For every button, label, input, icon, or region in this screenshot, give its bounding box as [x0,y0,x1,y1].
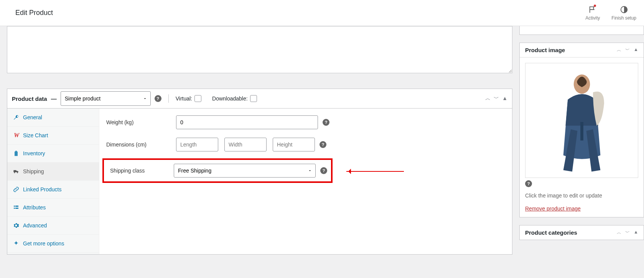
finish-setup-label: Finish setup [611,15,636,21]
dimensions-label: Dimensions (cm) [106,141,171,148]
sparkle-icon [13,240,19,247]
virtual-label-text: Virtual: [176,95,192,102]
dimensions-group [176,138,315,151]
help-icon[interactable]: ? [525,180,532,187]
product-data-panel: Product data — Simple product ? Virtual:… [7,89,512,255]
svg-point-1 [14,172,15,173]
shipping-class-select[interactable]: Free Shipping [174,164,316,178]
tab-label: Advanced [23,222,47,229]
page-title: Edit Product [15,9,53,17]
svg-rect-5 [14,208,15,209]
clipboard-icon [13,150,19,156]
product-image-header: Product image ︿ ﹀ ▲ [520,43,644,58]
virtual-checkbox-label[interactable]: Virtual: [176,95,201,102]
description-editor[interactable] [7,26,512,73]
product-image-title: Product image [525,47,565,53]
tab-attributes[interactable]: Attributes [7,199,99,217]
activity-button[interactable]: Activity [585,5,600,21]
product-image-thumbnail[interactable] [525,63,638,178]
product-data-title: Product data [12,95,47,102]
activity-notification-dot [594,5,596,7]
list-icon [13,204,19,211]
truck-icon [13,168,19,174]
width-input[interactable] [224,138,267,151]
tab-label: General [23,114,42,120]
height-input[interactable] [273,138,315,151]
tab-shipping[interactable]: Shipping [7,163,99,181]
product-image-hint: Click the image to edit or update [525,192,638,199]
top-bar: Edit Product Activity Finish setup [0,0,644,26]
link-icon [13,186,19,192]
panel-handles: ︿ ﹀ ▲ [485,95,507,102]
finish-setup-button[interactable]: Finish setup [611,5,636,21]
product-image-panel: Product image ︿ ﹀ ▲ [519,43,644,217]
downloadable-checkbox-label[interactable]: Downloadable: [212,95,257,102]
svg-rect-6 [15,208,18,209]
help-icon[interactable]: ? [323,119,329,126]
length-input[interactable] [176,138,218,151]
product-data-tabs: General W Size Chart Inventory Shipping [7,109,99,254]
shipping-class-highlight: Shipping class Free Shipping ? [102,158,333,183]
product-data-header: Product data — Simple product ? Virtual:… [7,89,512,109]
annotation-arrow [346,171,404,172]
move-down-icon[interactable]: ﹀ [494,95,499,102]
move-up-icon[interactable]: ︿ [617,47,621,53]
sidebar-fragment-panel [519,26,644,35]
help-icon[interactable]: ? [320,167,327,174]
svg-rect-8 [580,122,583,140]
toggle-panel-icon[interactable]: ▲ [634,47,638,53]
shipping-tab-content: Weight (kg) ? Dimensions (cm) ? [99,109,512,254]
tab-linked-products[interactable]: Linked Products [7,181,99,199]
tab-label: Size Chart [23,132,48,138]
toggle-panel-icon[interactable]: ▲ [634,229,638,236]
move-down-icon[interactable]: ﹀ [625,229,630,236]
half-circle-icon [620,5,628,14]
move-down-icon[interactable]: ﹀ [625,47,630,53]
svg-point-2 [17,172,18,173]
move-up-icon[interactable]: ︿ [485,95,491,102]
shipping-class-label: Shipping class [108,168,169,174]
wrench-icon [13,114,19,120]
tab-get-more-options[interactable]: Get more options [7,235,99,253]
tab-general[interactable]: General [7,109,99,127]
move-up-icon[interactable]: ︿ [617,229,621,236]
product-categories-panel: Product categories ︿ ﹀ ▲ [519,225,644,240]
weight-row: Weight (kg) ? [106,115,505,129]
weight-label: Weight (kg) [106,119,171,125]
downloadable-checkbox[interactable] [250,95,257,102]
size-chart-icon: W [13,132,19,138]
virtual-checkbox[interactable] [194,95,201,102]
separator [168,94,169,103]
activity-label: Activity [585,15,600,21]
tab-label: Linked Products [23,186,61,192]
product-categories-title: Product categories [525,229,577,236]
tab-inventory[interactable]: Inventory [7,145,99,163]
dimensions-row: Dimensions (cm) ? [106,138,505,151]
toggle-panel-icon[interactable]: ▲ [502,95,507,102]
tab-advanced[interactable]: Advanced [7,217,99,235]
svg-rect-4 [15,206,18,207]
tab-label: Shipping [23,168,44,174]
tab-label: Inventory [23,150,45,156]
tab-label: Attributes [23,204,46,211]
topbar-actions: Activity Finish setup [585,5,636,21]
svg-rect-3 [14,206,15,207]
product-type-select[interactable]: Simple product [61,91,151,106]
tab-label: Get more options [23,240,64,247]
help-icon[interactable]: ? [320,141,326,148]
product-image-graphic [544,66,620,178]
weight-input[interactable] [176,115,318,129]
tab-size-chart[interactable]: W Size Chart [7,127,99,145]
remove-product-image-link[interactable]: Remove product image [525,206,581,212]
downloadable-label-text: Downloadable: [212,95,248,102]
product-categories-header: Product categories ︿ ﹀ ▲ [520,225,644,240]
gear-icon [13,222,19,229]
product-data-dash: — [51,95,57,102]
help-icon[interactable]: ? [155,95,161,102]
